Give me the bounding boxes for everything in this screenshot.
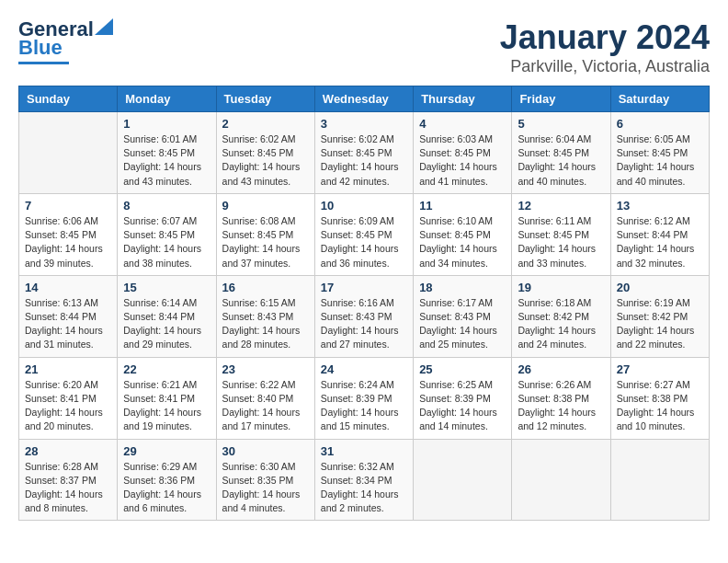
day-info: Sunrise: 6:20 AM Sunset: 8:41 PM Dayligh…	[25, 378, 111, 434]
calendar-cell	[19, 112, 118, 194]
day-number: 24	[321, 362, 407, 376]
calendar-cell: 24Sunrise: 6:24 AM Sunset: 8:39 PM Dayli…	[314, 357, 413, 439]
day-info: Sunrise: 6:29 AM Sunset: 8:36 PM Dayligh…	[123, 460, 210, 516]
day-number: 19	[518, 281, 604, 294]
calendar-cell: 13Sunrise: 6:12 AM Sunset: 8:44 PM Dayli…	[610, 193, 709, 275]
day-number: 4	[419, 117, 506, 131]
calendar-week-3: 14Sunrise: 6:13 AM Sunset: 8:44 PM Dayli…	[19, 275, 710, 357]
day-info: Sunrise: 6:24 AM Sunset: 8:39 PM Dayligh…	[321, 378, 407, 434]
day-info: Sunrise: 6:27 AM Sunset: 8:38 PM Dayligh…	[617, 378, 703, 434]
day-number: 7	[25, 199, 111, 213]
calendar-cell: 23Sunrise: 6:22 AM Sunset: 8:40 PM Dayli…	[216, 357, 314, 439]
calendar-cell: 31Sunrise: 6:32 AM Sunset: 8:34 PM Dayli…	[314, 439, 413, 521]
day-info: Sunrise: 6:13 AM Sunset: 8:44 PM Dayligh…	[25, 296, 111, 352]
day-number: 30	[222, 444, 309, 458]
day-info: Sunrise: 6:22 AM Sunset: 8:40 PM Dayligh…	[222, 378, 309, 434]
day-number: 23	[222, 362, 309, 376]
logo-icon	[95, 18, 113, 35]
day-info: Sunrise: 6:11 AM Sunset: 8:45 PM Dayligh…	[518, 214, 604, 270]
day-info: Sunrise: 6:04 AM Sunset: 8:45 PM Dayligh…	[518, 132, 604, 189]
calendar-cell: 7Sunrise: 6:06 AM Sunset: 8:45 PM Daylig…	[19, 193, 118, 275]
day-number: 29	[123, 444, 210, 458]
day-info: Sunrise: 6:01 AM Sunset: 8:45 PM Dayligh…	[123, 132, 210, 189]
day-number: 26	[518, 362, 604, 376]
day-info: Sunrise: 6:30 AM Sunset: 8:35 PM Dayligh…	[222, 460, 309, 516]
day-number: 22	[123, 362, 210, 376]
calendar-cell: 3Sunrise: 6:02 AM Sunset: 8:45 PM Daylig…	[314, 112, 413, 194]
logo-underline	[18, 62, 69, 64]
day-number: 14	[25, 281, 111, 294]
day-number: 1	[123, 117, 210, 131]
calendar-cell: 12Sunrise: 6:11 AM Sunset: 8:45 PM Dayli…	[512, 193, 610, 275]
day-number: 8	[123, 199, 210, 213]
day-number: 18	[419, 281, 506, 294]
svg-marker-0	[95, 18, 113, 35]
day-info: Sunrise: 6:05 AM Sunset: 8:45 PM Dayligh…	[617, 132, 703, 189]
day-number: 6	[617, 117, 703, 131]
calendar-cell: 25Sunrise: 6:25 AM Sunset: 8:39 PM Dayli…	[414, 357, 512, 439]
calendar-cell: 1Sunrise: 6:01 AM Sunset: 8:45 PM Daylig…	[118, 112, 216, 194]
calendar-cell: 29Sunrise: 6:29 AM Sunset: 8:36 PM Dayli…	[118, 439, 216, 521]
page-title: January 2024	[500, 18, 710, 57]
day-number: 17	[321, 281, 407, 294]
calendar-week-5: 28Sunrise: 6:28 AM Sunset: 8:37 PM Dayli…	[19, 439, 710, 521]
header: General Blue January 2024 Parkville, Vic…	[18, 18, 710, 76]
calendar-cell: 26Sunrise: 6:26 AM Sunset: 8:38 PM Dayli…	[512, 357, 610, 439]
calendar-cell: 20Sunrise: 6:19 AM Sunset: 8:42 PM Dayli…	[610, 275, 709, 357]
day-number: 12	[518, 199, 604, 213]
calendar-cell	[610, 439, 709, 521]
day-info: Sunrise: 6:16 AM Sunset: 8:43 PM Dayligh…	[321, 296, 407, 352]
day-info: Sunrise: 6:10 AM Sunset: 8:45 PM Dayligh…	[419, 214, 506, 270]
day-info: Sunrise: 6:02 AM Sunset: 8:45 PM Dayligh…	[222, 132, 309, 189]
calendar-cell: 9Sunrise: 6:08 AM Sunset: 8:45 PM Daylig…	[216, 193, 314, 275]
day-info: Sunrise: 6:32 AM Sunset: 8:34 PM Dayligh…	[321, 460, 407, 516]
day-info: Sunrise: 6:25 AM Sunset: 8:39 PM Dayligh…	[419, 378, 506, 434]
day-info: Sunrise: 6:19 AM Sunset: 8:42 PM Dayligh…	[617, 296, 703, 352]
calendar-cell: 28Sunrise: 6:28 AM Sunset: 8:37 PM Dayli…	[19, 439, 118, 521]
day-number: 21	[25, 362, 111, 376]
page-subtitle: Parkville, Victoria, Australia	[500, 57, 710, 76]
day-info: Sunrise: 6:14 AM Sunset: 8:44 PM Dayligh…	[123, 296, 210, 352]
day-number: 28	[25, 444, 111, 458]
day-number: 25	[419, 362, 506, 376]
day-number: 20	[617, 281, 703, 294]
day-number: 31	[321, 444, 407, 458]
calendar-cell: 16Sunrise: 6:15 AM Sunset: 8:43 PM Dayli…	[216, 275, 314, 357]
calendar-cell: 22Sunrise: 6:21 AM Sunset: 8:41 PM Dayli…	[118, 357, 216, 439]
calendar-header-monday: Monday	[118, 86, 216, 112]
calendar-cell: 4Sunrise: 6:03 AM Sunset: 8:45 PM Daylig…	[414, 112, 512, 194]
calendar-cell: 8Sunrise: 6:07 AM Sunset: 8:45 PM Daylig…	[118, 193, 216, 275]
calendar-header-saturday: Saturday	[610, 86, 709, 112]
calendar-week-1: 1Sunrise: 6:01 AM Sunset: 8:45 PM Daylig…	[19, 112, 710, 194]
calendar-cell: 14Sunrise: 6:13 AM Sunset: 8:44 PM Dayli…	[19, 275, 118, 357]
day-number: 16	[222, 281, 309, 294]
calendar-header-sunday: Sunday	[19, 86, 118, 112]
calendar-cell	[414, 439, 512, 521]
title-area: January 2024 Parkville, Victoria, Austra…	[500, 18, 710, 76]
day-info: Sunrise: 6:02 AM Sunset: 8:45 PM Dayligh…	[321, 132, 407, 189]
day-info: Sunrise: 6:06 AM Sunset: 8:45 PM Dayligh…	[25, 214, 111, 270]
calendar-header-friday: Friday	[512, 86, 610, 112]
day-number: 13	[617, 199, 703, 213]
day-number: 9	[222, 199, 309, 213]
logo: General Blue	[18, 18, 113, 64]
day-number: 15	[123, 281, 210, 294]
calendar-cell	[512, 439, 610, 521]
day-info: Sunrise: 6:03 AM Sunset: 8:45 PM Dayligh…	[419, 132, 506, 189]
calendar-cell: 11Sunrise: 6:10 AM Sunset: 8:45 PM Dayli…	[414, 193, 512, 275]
day-number: 27	[617, 362, 703, 376]
calendar-cell: 21Sunrise: 6:20 AM Sunset: 8:41 PM Dayli…	[19, 357, 118, 439]
calendar-header-wednesday: Wednesday	[314, 86, 413, 112]
day-number: 3	[321, 117, 407, 131]
day-number: 10	[321, 199, 407, 213]
calendar-header-thursday: Thursday	[414, 86, 512, 112]
calendar-cell: 19Sunrise: 6:18 AM Sunset: 8:42 PM Dayli…	[512, 275, 610, 357]
calendar-week-4: 21Sunrise: 6:20 AM Sunset: 8:41 PM Dayli…	[19, 357, 710, 439]
day-info: Sunrise: 6:07 AM Sunset: 8:45 PM Dayligh…	[123, 214, 210, 270]
calendar-table: SundayMondayTuesdayWednesdayThursdayFrid…	[18, 86, 710, 521]
calendar-cell: 6Sunrise: 6:05 AM Sunset: 8:45 PM Daylig…	[610, 112, 709, 194]
day-number: 2	[222, 117, 309, 131]
day-info: Sunrise: 6:21 AM Sunset: 8:41 PM Dayligh…	[123, 378, 210, 434]
calendar-cell: 5Sunrise: 6:04 AM Sunset: 8:45 PM Daylig…	[512, 112, 610, 194]
calendar-cell: 17Sunrise: 6:16 AM Sunset: 8:43 PM Dayli…	[314, 275, 413, 357]
